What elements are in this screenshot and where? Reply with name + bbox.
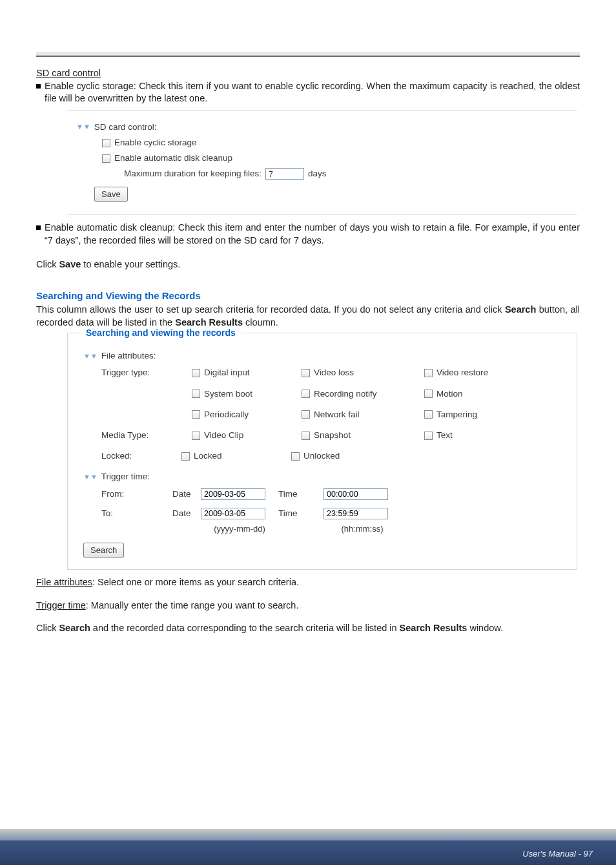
square-bullet-icon	[36, 84, 41, 89]
text-underline: Trigger time	[36, 600, 86, 610]
checkbox-label: Enable cyclic storage	[114, 137, 197, 149]
checkbox-label: Text	[436, 430, 453, 441]
sd-card-control-heading: SD card control	[36, 67, 580, 80]
checkbox-text[interactable]	[424, 432, 433, 440]
checkbox-digital-input[interactable]	[192, 369, 200, 377]
chevron-down-icon[interactable]: ▼▼	[83, 472, 98, 482]
to-date-input[interactable]	[201, 508, 265, 519]
from-date-input[interactable]	[201, 488, 265, 500]
date-label: Date	[172, 488, 201, 500]
from-label: From:	[101, 488, 172, 500]
to-time-input[interactable]	[323, 508, 388, 519]
click-search-desc: Click Search and the recorded data corre…	[36, 622, 580, 635]
days-label: days	[308, 168, 327, 180]
save-button[interactable]: Save	[94, 187, 128, 202]
locked-label: Locked:	[101, 450, 192, 462]
text-fragment: : Select one or more items as your searc…	[92, 577, 299, 587]
date-label: Date	[172, 508, 201, 519]
checkbox-label: Video loss	[314, 367, 354, 379]
bullet-text: Enable automatic disk cleanup: Check thi…	[45, 222, 580, 247]
media-type-label: Media Type:	[101, 430, 192, 441]
time-label: Time	[278, 508, 323, 519]
footer-bar: User's Manual - 97	[0, 829, 616, 865]
time-label: Time	[278, 488, 323, 500]
checkbox-label: Digital input	[204, 367, 250, 379]
trigger-time-title: Trigger time:	[101, 471, 150, 483]
checkbox-label: Motion	[436, 388, 463, 400]
checkbox-label: Video Clip	[204, 430, 243, 441]
max-duration-input[interactable]: 7	[265, 168, 304, 180]
checkbox-network-fail[interactable]	[302, 410, 310, 419]
checkbox-label: Locked	[194, 450, 222, 462]
time-format-hint: (hh:mm:ss)	[323, 523, 401, 535]
checkbox-disk-cleanup[interactable]	[102, 154, 110, 163]
checkbox-cyclic-storage[interactable]	[102, 139, 110, 147]
chevron-down-icon[interactable]: ▼▼	[83, 351, 98, 361]
text-bold: Search	[59, 623, 90, 633]
to-label: To:	[101, 508, 172, 519]
text-bold: Search	[505, 304, 536, 315]
bullet-enable-cleanup: Enable automatic disk cleanup: Check thi…	[36, 222, 580, 247]
text-fragment: Click	[36, 623, 59, 633]
checkbox-tampering[interactable]	[424, 410, 433, 419]
search-button[interactable]: Search	[83, 543, 124, 558]
checkbox-video-restore[interactable]	[424, 369, 433, 377]
text-fragment: Click	[36, 259, 59, 269]
checkbox-label: Snapshot	[314, 430, 351, 441]
bullet-text: Enable cyclic storage: Check this item i…	[45, 80, 580, 105]
search-records-panel: Searching and viewing the records ▼▼ Fil…	[67, 333, 577, 570]
checkbox-label: Enable automatic disk cleanup	[114, 152, 232, 164]
page-content: SD card control Enable cyclic storage: C…	[0, 57, 616, 635]
checkbox-system-boot[interactable]	[192, 390, 200, 398]
text-bold: Search Results	[400, 623, 467, 633]
sd-card-control-panel: ▼▼ SD card control: Enable cyclic storag…	[67, 110, 577, 215]
checkbox-label: Unlocked	[303, 450, 340, 462]
panel-legend: Searching and viewing the records	[81, 327, 241, 339]
checkbox-label: Video restore	[436, 367, 488, 379]
checkbox-motion[interactable]	[424, 390, 433, 398]
date-format-hint: (yyyy-mm-dd)	[201, 523, 278, 535]
checkbox-label: Periodically	[204, 409, 249, 421]
checkbox-video-loss[interactable]	[302, 369, 310, 377]
chevron-down-icon[interactable]: ▼▼	[76, 122, 90, 132]
checkbox-recording-notify[interactable]	[302, 390, 310, 398]
trigger-time-desc: Trigger time: Manually enter the time ra…	[36, 599, 580, 612]
checkbox-label: Network fail	[314, 409, 360, 421]
checkbox-unlocked[interactable]	[291, 452, 300, 461]
square-bullet-icon	[36, 225, 41, 230]
click-save-line: Click Save to enable your settings.	[36, 258, 580, 271]
checkbox-periodically[interactable]	[192, 410, 200, 419]
checkbox-snapshot[interactable]	[302, 432, 310, 440]
text-fragment: : Manually enter the time range you want…	[86, 600, 299, 610]
panel-title: SD card control:	[94, 121, 157, 133]
text-underline: File attributes	[36, 577, 92, 587]
checkbox-label: System boot	[204, 388, 252, 400]
text-bold: Search Results	[175, 317, 243, 328]
page-number: User's Manual - 97	[522, 849, 593, 859]
text-fragment: to enable your settings.	[81, 259, 180, 269]
checkbox-label: Tampering	[436, 409, 477, 421]
text-fragment: window.	[467, 623, 503, 633]
checkbox-locked[interactable]	[181, 452, 190, 461]
from-time-input[interactable]	[323, 488, 388, 500]
searching-intro: This column allows the user to set up se…	[36, 304, 580, 329]
text-fragment: cloumn.	[243, 317, 278, 328]
text-bold: Save	[59, 259, 81, 269]
bullet-enable-cyclic: Enable cyclic storage: Check this item i…	[36, 80, 580, 105]
text-fragment: This column allows the user to set up se…	[36, 304, 505, 315]
max-duration-label: Maximum duration for keeping files:	[124, 168, 262, 180]
header-rule	[36, 52, 580, 57]
searching-heading: Searching and Viewing the Records	[36, 289, 580, 302]
file-attributes-title: File attributes:	[101, 350, 156, 362]
checkbox-video-clip[interactable]	[192, 432, 200, 440]
file-attributes-desc: File attributes: Select one or more item…	[36, 576, 580, 589]
trigger-type-label: Trigger type:	[101, 367, 192, 379]
text-fragment: and the recorded data corresponding to t…	[90, 623, 400, 633]
checkbox-label: Recording notify	[314, 388, 377, 400]
